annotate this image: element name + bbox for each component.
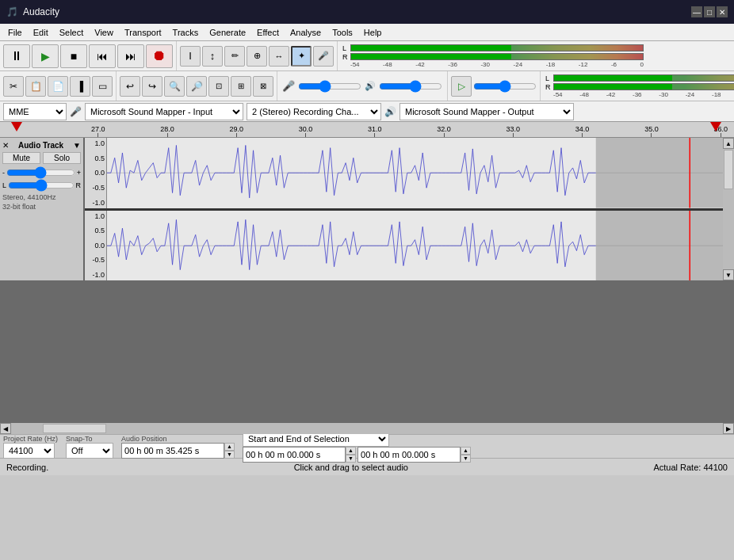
multi-tool[interactable]: ✦ bbox=[291, 46, 312, 67]
menu-select[interactable]: Select bbox=[55, 27, 89, 38]
input-volume-slider[interactable] bbox=[298, 81, 361, 92]
toolbar-row2: ✂ 📋 📄 ▐ ▭ ↩ ↪ 🔍 🔎 ⊡ ⊞ ⊠ 🎤 🔊 ▷ L bbox=[0, 71, 734, 101]
output-volume-slider[interactable] bbox=[379, 81, 442, 92]
track-dropdown-btn[interactable]: ▼ bbox=[73, 141, 81, 150]
waveform-bottom[interactable]: 1.0 0.5 0.0 -0.5 -1.0 bbox=[85, 211, 723, 281]
menu-view[interactable]: View bbox=[90, 27, 118, 38]
output-device-select[interactable]: Microsoft Sound Mapper - Output bbox=[399, 103, 574, 120]
selection-inputs-row: ▲ ▼ ▲ ▼ bbox=[243, 447, 471, 463]
audio-pos-up[interactable]: ▲ bbox=[224, 443, 235, 451]
zoom-custom-button[interactable]: ⊠ bbox=[253, 76, 273, 97]
envelope-tool[interactable]: ↕ bbox=[202, 46, 223, 67]
gain-row: - + bbox=[2, 168, 81, 177]
menu-edit[interactable]: Edit bbox=[29, 27, 53, 38]
channels-select[interactable]: 2 (Stereo) Recording Cha... bbox=[247, 103, 381, 120]
sel-start-up[interactable]: ▲ bbox=[346, 447, 356, 455]
audio-position-group: Audio Position ▲ ▼ bbox=[121, 435, 235, 459]
waveform-area[interactable]: 1.0 0.5 0.0 -0.5 -1.0 bbox=[85, 138, 723, 280]
paste-button[interactable]: 📄 bbox=[48, 76, 68, 97]
start-marker[interactable] bbox=[11, 122, 22, 131]
play-button[interactable]: ▶ bbox=[32, 44, 59, 68]
empty-track-area bbox=[0, 280, 734, 423]
menu-tracks[interactable]: Tracks bbox=[168, 27, 204, 38]
cut-button[interactable]: ✂ bbox=[3, 76, 24, 97]
sel-end-input[interactable] bbox=[357, 447, 461, 463]
zoom-out-button[interactable]: 🔎 bbox=[186, 76, 207, 97]
bottom-controls: Project Rate (Hz) 44100 Snap-To Off Audi… bbox=[0, 434, 734, 458]
vu-out-bar-l-inactive bbox=[672, 75, 734, 81]
input-device-select[interactable]: Microsoft Sound Mapper - Input bbox=[85, 103, 243, 120]
menu-effect[interactable]: Effect bbox=[252, 27, 284, 38]
host-select[interactable]: MME bbox=[3, 103, 67, 120]
minimize-button[interactable]: — bbox=[691, 6, 702, 17]
zoom-tool-in[interactable]: ⊕ bbox=[247, 46, 267, 67]
mute-button[interactable]: Mute bbox=[2, 152, 40, 164]
scroll-left-button[interactable]: ◀ bbox=[0, 423, 11, 434]
copy-button[interactable]: 📋 bbox=[25, 76, 46, 97]
silence-button[interactable]: ▭ bbox=[92, 76, 113, 97]
stop-button[interactable]: ■ bbox=[60, 44, 87, 68]
project-rate-label: Project Rate (Hz) bbox=[3, 435, 58, 443]
skip-back-button[interactable]: ⏮ bbox=[89, 44, 116, 68]
scroll-v-track[interactable] bbox=[723, 149, 734, 269]
draw-tool[interactable]: ✏ bbox=[224, 46, 245, 67]
snap-to-select[interactable]: Off bbox=[66, 443, 113, 459]
vu-bar-r bbox=[350, 53, 644, 60]
scroll-h-track[interactable] bbox=[11, 423, 723, 434]
vu-scale-48: -48 bbox=[383, 61, 392, 68]
scroll-up-button[interactable]: ▲ bbox=[723, 138, 734, 149]
vu-out-scale: -54 -48 -42 -36 -30 -24 -18 -12 -6 0 bbox=[545, 91, 734, 98]
app-title: Audacity bbox=[23, 6, 59, 17]
scroll-v-thumb[interactable] bbox=[724, 150, 733, 189]
sel-start-input[interactable] bbox=[243, 447, 346, 463]
trim-button[interactable]: ▐ bbox=[70, 76, 90, 97]
audio-pos-down[interactable]: ▼ bbox=[224, 451, 235, 459]
menu-file[interactable]: File bbox=[3, 27, 27, 38]
vu-r-label: R bbox=[342, 53, 349, 61]
track-close-btn[interactable]: ✕ bbox=[2, 141, 9, 150]
time-shift-tool[interactable]: ↔ bbox=[269, 46, 289, 67]
audio-position-input[interactable] bbox=[121, 443, 224, 459]
gain-slider[interactable] bbox=[6, 168, 75, 177]
vu-scale-30: -30 bbox=[480, 61, 490, 68]
vertical-scrollbar[interactable]: ▲ ▼ bbox=[723, 138, 734, 280]
sel-end-up[interactable]: ▲ bbox=[461, 447, 471, 455]
project-rate-select[interactable]: 44100 bbox=[3, 443, 55, 459]
solo-button[interactable]: Solo bbox=[43, 152, 81, 164]
mic-icon[interactable]: 🎤 bbox=[313, 46, 334, 67]
vu-out-bar-l bbox=[553, 74, 734, 82]
mic-device-icon: 🎤 bbox=[70, 106, 82, 117]
horizontal-scrollbar[interactable]: ◀ ▶ bbox=[0, 423, 734, 434]
record-button[interactable]: ⏺ bbox=[146, 44, 173, 68]
redo-button[interactable]: ↪ bbox=[142, 76, 162, 97]
ruler-mark-6: 33.0 bbox=[507, 125, 521, 137]
selection-tool[interactable]: I bbox=[180, 46, 201, 67]
pause-button[interactable]: ⏸ bbox=[3, 44, 30, 68]
sel-start-down[interactable]: ▼ bbox=[346, 455, 356, 463]
scale-0-0: 0.0 bbox=[94, 169, 105, 177]
end-marker[interactable] bbox=[710, 122, 721, 131]
scroll-right-button[interactable]: ▶ bbox=[723, 423, 734, 434]
scroll-down-button[interactable]: ▼ bbox=[723, 269, 734, 280]
waveform-top[interactable]: 1.0 0.5 0.0 -0.5 -1.0 bbox=[85, 138, 723, 211]
skip-fwd-button[interactable]: ⏭ bbox=[117, 44, 144, 68]
pan-slider[interactable] bbox=[8, 181, 74, 190]
menu-tools[interactable]: Tools bbox=[327, 27, 357, 38]
zoom-fit-button[interactable]: ⊞ bbox=[231, 76, 251, 97]
sel-end-down[interactable]: ▼ bbox=[461, 455, 471, 463]
menu-transport[interactable]: Transport bbox=[120, 27, 166, 38]
zoom-in-button[interactable]: 🔍 bbox=[164, 76, 185, 97]
menu-help[interactable]: Help bbox=[359, 27, 387, 38]
scroll-h-thumb[interactable] bbox=[43, 424, 106, 433]
playback-controls: ▷ bbox=[448, 71, 541, 101]
menu-generate[interactable]: Generate bbox=[205, 27, 250, 38]
close-button[interactable]: ✕ bbox=[717, 6, 728, 17]
play-sel-button[interactable]: ▷ bbox=[451, 76, 472, 97]
zoom-sel-button[interactable]: ⊡ bbox=[208, 76, 229, 97]
menu-analyse[interactable]: Analyse bbox=[285, 27, 326, 38]
status-center: Click and drag to select audio bbox=[294, 463, 408, 472]
undo-button[interactable]: ↩ bbox=[120, 76, 140, 97]
sel-start-group: ▲ ▼ bbox=[243, 447, 356, 463]
maximize-button[interactable]: □ bbox=[704, 6, 715, 17]
playback-speed-slider[interactable] bbox=[473, 81, 537, 92]
